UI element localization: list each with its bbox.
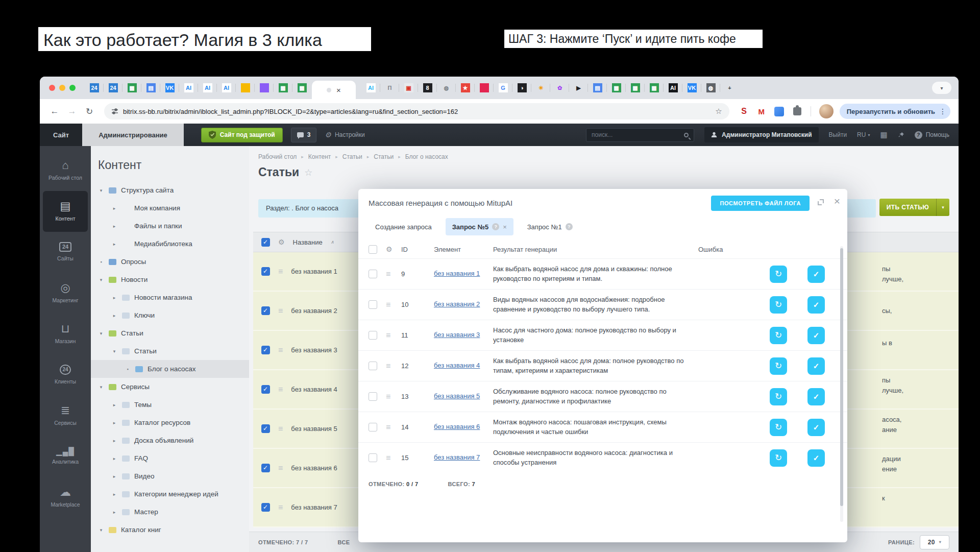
pinned-tab[interactable]: ▦ — [626, 77, 645, 99]
pinned-tab[interactable]: 8 — [418, 77, 437, 99]
row-title[interactable]: без названия 2 — [291, 307, 337, 315]
row-checkbox[interactable] — [369, 392, 377, 401]
drag-handle-icon[interactable]: ≡ — [278, 424, 283, 434]
tree-item[interactable]: ▾ Сервисы — [91, 378, 249, 396]
select-all-checkbox[interactable] — [261, 238, 270, 247]
admin-search-input[interactable]: поиск... — [586, 128, 694, 142]
tab-site[interactable]: Сайт — [40, 124, 82, 146]
tree-expand-icon[interactable]: ▸ — [111, 224, 117, 229]
help-button[interactable]: ? Помощь — [915, 131, 949, 139]
close-icon[interactable]: × — [834, 196, 840, 206]
pin-icon[interactable] — [898, 132, 904, 138]
add-article-dropdown-icon[interactable]: ▾ — [936, 199, 949, 216]
regenerate-button[interactable]: ↻ — [770, 449, 787, 467]
tree-expand-icon[interactable]: ▸ — [111, 242, 117, 247]
notifications-button[interactable]: 3 — [291, 128, 317, 142]
drag-handle-icon[interactable]: ≡ — [278, 503, 283, 512]
modal-tab[interactable]: Создание запроса — [369, 218, 438, 235]
drag-handle-icon[interactable]: ≡ — [386, 270, 401, 279]
select-all-checkbox[interactable] — [369, 245, 377, 254]
sidebar-item[interactable]: ⊔ Магазин — [40, 314, 91, 354]
sidebar-item[interactable]: ☁ Marketplace — [40, 477, 91, 518]
drag-handle-icon[interactable]: ≡ — [386, 362, 401, 371]
breadcrumb-item[interactable]: Статьи — [342, 153, 374, 160]
tree-expand-icon[interactable]: ▾ — [98, 331, 104, 336]
site-controls-icon[interactable] — [111, 108, 118, 115]
pinned-tab[interactable]: AI — [179, 77, 198, 99]
row-checkbox[interactable] — [369, 453, 377, 462]
tree-item[interactable]: ▸ Медиабиблиотека — [91, 235, 249, 253]
restart-update-button[interactable]: Перезапустить и обновить ⋮ — [840, 104, 950, 119]
info-circle-icon[interactable]: ? — [492, 223, 499, 230]
sidebar-item[interactable]: 24 Сайты — [40, 232, 91, 273]
drag-handle-icon[interactable]: ≡ — [386, 331, 401, 340]
pinned-tab[interactable] — [255, 77, 274, 99]
language-selector[interactable]: RU ▾ — [857, 131, 870, 138]
table-settings-gear-icon[interactable]: ⚙ — [386, 245, 401, 253]
pinned-tab[interactable]: ✳ — [531, 77, 550, 99]
approve-button[interactable]: ✓ — [807, 449, 825, 467]
regenerate-button[interactable]: ↻ — [770, 357, 787, 375]
row-title[interactable]: без названия 3 — [291, 346, 337, 354]
approve-button[interactable]: ✓ — [807, 327, 825, 344]
pinned-tab[interactable]: ▤ — [588, 77, 607, 99]
sidebar-item[interactable]: ▁▄█ Аналитика — [40, 436, 91, 477]
pinned-tab[interactable]: ▣ — [399, 77, 418, 99]
breadcrumb-item[interactable]: Блог о насосах — [405, 153, 448, 160]
drag-handle-icon[interactable]: ≡ — [278, 464, 283, 473]
drag-handle-icon[interactable]: ≡ — [386, 453, 401, 463]
tree-expand-icon[interactable]: ▾ — [98, 277, 104, 282]
sidebar-item[interactable]: 24 Клиенты — [40, 354, 91, 395]
approve-button[interactable]: ✓ — [807, 357, 825, 375]
pinned-tab[interactable]: ✿ — [550, 77, 569, 99]
row-checkbox[interactable] — [261, 503, 270, 512]
url-bar[interactable]: bitrix.ss-bb.ru/bitrix/admin/iblock_list… — [104, 103, 729, 119]
tree-expand-icon[interactable]: ▸ — [111, 402, 117, 407]
pinned-tab[interactable]: ▤ — [141, 77, 160, 99]
window-minimize-button[interactable] — [59, 85, 65, 91]
approve-button[interactable]: ✓ — [807, 419, 825, 436]
row-checkbox[interactable] — [261, 346, 270, 354]
pinned-tab[interactable]: ★ — [456, 77, 475, 99]
pinned-tab[interactable]: G — [494, 77, 512, 99]
drag-handle-icon[interactable]: ≡ — [278, 385, 283, 394]
tree-item[interactable]: ▸ Ключи — [91, 306, 249, 324]
tree-item[interactable]: ▸ Видео — [91, 467, 249, 485]
tree-item[interactable]: ▸ Файлы и папки — [91, 217, 249, 235]
pinned-tab[interactable]: + — [720, 77, 739, 99]
url-text[interactable]: bitrix.ss-bb.ru/bitrix/admin/iblock_list… — [123, 108, 710, 115]
tree-item[interactable]: ▾ Новости — [91, 271, 249, 289]
pinned-tab[interactable]: ▦ — [292, 77, 311, 99]
drag-handle-icon[interactable]: ≡ — [386, 423, 401, 432]
pinned-tab[interactable]: ◍ — [701, 77, 720, 99]
favorite-star-icon[interactable]: ☆ — [304, 167, 312, 178]
pinned-tab[interactable]: 24 — [85, 77, 104, 99]
tree-item[interactable]: ▸ Мастер — [91, 503, 249, 521]
extensions-puzzle-icon[interactable] — [793, 107, 801, 115]
tab-close-icon[interactable]: × — [336, 86, 341, 94]
drag-handle-icon[interactable]: ≡ — [386, 300, 401, 309]
pinned-tab[interactable]: ◍ — [437, 77, 456, 99]
reload-button[interactable]: ↻ — [83, 106, 96, 117]
breadcrumb-item[interactable]: Контент — [308, 153, 342, 160]
row-checkbox[interactable] — [369, 331, 377, 340]
tree-expand-icon[interactable]: ▸ — [111, 313, 117, 318]
regenerate-button[interactable]: ↻ — [770, 388, 787, 405]
active-tab[interactable]: × — [312, 81, 356, 99]
tree-item[interactable]: ▸ Моя компания — [91, 199, 249, 217]
add-article-button[interactable]: ИТЬ СТАТЬЮ ▾ — [879, 199, 949, 216]
row-checkbox[interactable] — [369, 270, 377, 278]
row-checkbox[interactable] — [369, 300, 377, 309]
drag-handle-icon[interactable]: ≡ — [386, 392, 401, 401]
settings-button[interactable]: ⚙ Настройки — [325, 131, 364, 139]
tree-item[interactable]: ▾ Статьи — [91, 324, 249, 342]
regenerate-button[interactable]: ↻ — [770, 266, 787, 283]
tree-expand-icon[interactable]: ▪ — [125, 367, 131, 372]
sidebar-item[interactable]: ◎ Маркетинг — [40, 273, 91, 314]
element-link[interactable]: без названия 5 — [434, 392, 482, 401]
row-checkbox[interactable] — [261, 424, 270, 433]
pinned-tab[interactable]: ▦ — [274, 77, 292, 99]
pinned-tab[interactable]: AI — [217, 77, 236, 99]
tab-administration[interactable]: Администрирование — [82, 124, 184, 146]
tab-list-chevron-icon[interactable]: ▾ — [932, 82, 951, 94]
